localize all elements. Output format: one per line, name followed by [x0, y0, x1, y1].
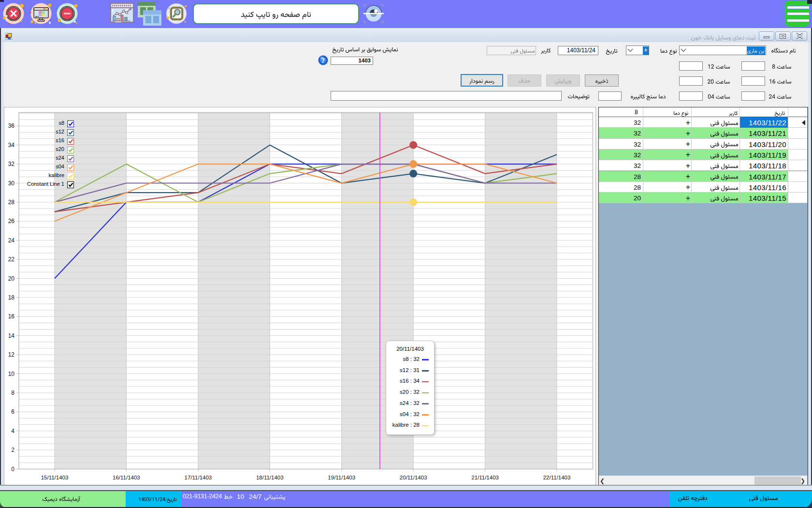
svg-text:18: 18	[8, 294, 15, 301]
svg-text:16/11/1403: 16/11/1403	[113, 475, 140, 480]
svg-text:26: 26	[8, 218, 15, 224]
svg-text:24: 24	[8, 237, 15, 244]
svg-text:20: 20	[8, 275, 15, 282]
svg-text:22: 22	[8, 256, 15, 263]
svg-text:18/11/1403: 18/11/1403	[256, 475, 284, 480]
svg-text:12: 12	[8, 351, 15, 358]
svg-text:17/11/1403: 17/11/1403	[185, 475, 212, 480]
svg-text:22/11/1403: 22/11/1403	[543, 475, 571, 480]
svg-text:2: 2	[11, 447, 14, 453]
svg-text:4: 4	[11, 428, 14, 434]
svg-text:20/11/1403: 20/11/1403	[400, 475, 427, 480]
svg-text:0: 0	[11, 466, 14, 473]
svg-text:10: 10	[8, 371, 15, 377]
svg-text:19/11/1403: 19/11/1403	[328, 475, 355, 480]
svg-text:6: 6	[11, 408, 14, 415]
svg-text:14: 14	[8, 332, 15, 339]
svg-text:16: 16	[8, 313, 15, 320]
svg-text:15/11/1403: 15/11/1403	[41, 475, 69, 480]
svg-text:8: 8	[11, 389, 14, 396]
svg-text:?: ?	[321, 57, 325, 64]
svg-text:21/11/1403: 21/11/1403	[471, 475, 499, 480]
svg-text:28: 28	[8, 199, 15, 206]
